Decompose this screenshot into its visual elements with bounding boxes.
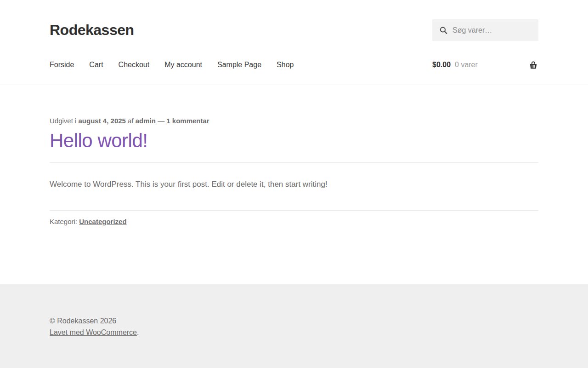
divider [50,162,538,163]
cart-link[interactable]: $0.00 0 varer [432,60,538,70]
category-link[interactable]: Uncategorized [79,218,126,225]
published-prefix: Udgivet i [50,117,76,125]
nav-item-forside[interactable]: Forside [50,61,74,69]
post-date-link[interactable]: august 4, 2025 [79,117,126,125]
search-icon [440,26,447,34]
nav-item-shop[interactable]: Shop [277,61,294,69]
site-header: Rodekassen Forside Cart Checkout My acco… [0,0,588,85]
site-title-link[interactable]: Rodekassen [50,22,134,39]
cart-total: $0.00 [432,61,451,69]
basket-icon [528,60,538,70]
post-title-link[interactable]: Hello world! [50,130,147,151]
post-article: Udgivet i august 4, 2025 af admin — 1 ko… [50,116,538,226]
product-search-form [432,19,538,41]
post-categories: Kategori: Uncategorized [50,217,538,226]
category-label: Kategori: [50,218,77,225]
search-input[interactable] [432,19,538,41]
cart-item-count: 0 varer [455,61,478,69]
author-prefix: af [128,117,134,125]
credit-line: Lavet med WooCommerce. [50,328,538,337]
post-body: Welcome to WordPress. This is your first… [50,178,538,190]
site-footer: © Rodekassen 2026 Lavet med WooCommerce. [0,284,588,368]
primary-nav: Forside Cart Checkout My account Sample … [50,61,294,69]
nav-item-checkout[interactable]: Checkout [119,61,150,69]
nav-item-cart[interactable]: Cart [89,61,103,69]
main-content: Udgivet i august 4, 2025 af admin — 1 ko… [0,85,588,284]
nav-item-my-account[interactable]: My account [164,61,202,69]
post-title: Hello world! [50,128,538,153]
meta-separator: — [158,117,164,125]
post-comments-link[interactable]: 1 kommentar [166,117,209,125]
post-author-link[interactable]: admin [136,117,156,125]
woocommerce-credit-link[interactable]: Lavet med WooCommerce [50,328,137,336]
post-meta: Udgivet i august 4, 2025 af admin — 1 ko… [50,116,538,126]
divider [50,210,538,211]
copyright-text: © Rodekassen 2026 [50,316,538,326]
nav-item-sample-page[interactable]: Sample Page [217,61,261,69]
credit-suffix: . [137,328,139,336]
